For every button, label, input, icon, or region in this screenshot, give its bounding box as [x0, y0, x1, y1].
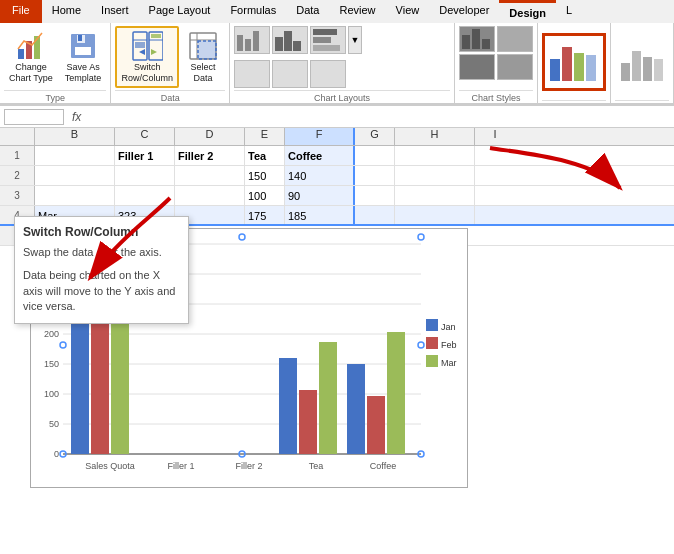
cell-3-b[interactable]: [35, 186, 115, 205]
selected-chart-type[interactable]: [542, 33, 606, 91]
svg-point-49: [418, 342, 424, 348]
fx-label: fx: [72, 110, 81, 124]
selected-chart-icon: [548, 39, 600, 83]
col-header-f: F: [285, 128, 355, 145]
cell-4-g[interactable]: [355, 206, 395, 224]
grid-row-1: 1 Filler 1 Filler 2 Tea Coffee: [0, 146, 674, 166]
name-box[interactable]: [4, 109, 64, 125]
style-3[interactable]: [459, 54, 495, 80]
col-header-e: E: [245, 128, 285, 145]
svg-rect-25: [654, 59, 663, 81]
cell-1-d[interactable]: Filler 2: [175, 146, 245, 165]
cell-4-h[interactable]: [395, 206, 475, 224]
tab-insert[interactable]: Insert: [91, 0, 139, 23]
group-selected-chart: [538, 23, 611, 103]
layout-2[interactable]: [272, 26, 308, 54]
group-type: ChangeChart Type Save AsTemplate Type: [0, 23, 111, 103]
svg-rect-11: [135, 42, 145, 48]
save-as-template-button[interactable]: Save AsTemplate: [60, 27, 107, 87]
select-data-button[interactable]: SelectData: [181, 27, 225, 87]
layout-5[interactable]: [272, 60, 308, 88]
tab-data[interactable]: Data: [286, 0, 329, 23]
select-data-icon: [188, 31, 218, 61]
svg-rect-58: [387, 332, 405, 454]
cell-2-b[interactable]: [35, 166, 115, 185]
tooltip-line2: Data being charted on the X axis will mo…: [23, 268, 180, 314]
cell-2-i[interactable]: [475, 166, 674, 185]
svg-rect-57: [367, 396, 385, 454]
cell-2-h[interactable]: [395, 166, 475, 185]
cell-1-i[interactable]: [475, 146, 674, 165]
cell-1-g[interactable]: [355, 146, 395, 165]
change-chart-type-button[interactable]: ChangeChart Type: [4, 27, 58, 87]
cell-3-g[interactable]: [355, 186, 395, 205]
svg-rect-19: [562, 47, 572, 81]
tab-review[interactable]: Review: [329, 0, 385, 23]
chart-styles-group-label: Chart Styles: [459, 90, 533, 103]
change-chart-type-label: ChangeChart Type: [9, 62, 53, 84]
data-group-label: Data: [115, 90, 225, 103]
svg-text:100: 100: [44, 389, 59, 399]
tooltip-body: Swap the data over the axis. Data being …: [23, 245, 180, 315]
cell-3-e[interactable]: 100: [245, 186, 285, 205]
cell-4-i[interactable]: [475, 206, 674, 224]
svg-rect-21: [586, 55, 596, 81]
cell-2-f[interactable]: 140: [285, 166, 355, 185]
tab-developer[interactable]: Developer: [429, 0, 499, 23]
tab-formulas[interactable]: Formulas: [220, 0, 286, 23]
layout-1[interactable]: [234, 26, 270, 54]
cell-1-h[interactable]: [395, 146, 475, 165]
tab-page-layout[interactable]: Page Layout: [139, 0, 221, 23]
cell-3-f[interactable]: 90: [285, 186, 355, 205]
tab-file[interactable]: File: [0, 0, 42, 23]
formula-input[interactable]: [85, 111, 670, 123]
svg-text:Tea: Tea: [309, 461, 324, 471]
svg-text:0: 0: [54, 449, 59, 459]
switch-row-column-button[interactable]: SwitchRow/Column: [115, 26, 179, 88]
tab-layout[interactable]: L: [556, 0, 582, 23]
svg-rect-4: [75, 47, 91, 55]
row-num-3: 3: [0, 186, 35, 205]
cell-2-e[interactable]: 150: [245, 166, 285, 185]
ribbon: File Home Insert Page Layout Formulas Da…: [0, 0, 674, 106]
svg-text:Sales Quota: Sales Quota: [85, 461, 135, 471]
tooltip-box: Switch Row/Column Swap the data over the…: [14, 216, 189, 324]
layout-4[interactable]: [234, 60, 270, 88]
cell-4-e[interactable]: 175: [245, 206, 285, 224]
svg-text:Filler 1: Filler 1: [167, 461, 194, 471]
tab-design[interactable]: Design: [499, 0, 556, 23]
cell-2-c[interactable]: [115, 166, 175, 185]
svg-rect-55: [319, 342, 337, 454]
cell-3-d[interactable]: [175, 186, 245, 205]
tab-home[interactable]: Home: [42, 0, 91, 23]
ribbon-tabs: File Home Insert Page Layout Formulas Da…: [0, 0, 674, 23]
svg-rect-6: [78, 35, 82, 41]
layout-3[interactable]: [310, 26, 346, 54]
grid-row-3: 3 100 90: [0, 186, 674, 206]
cell-1-c[interactable]: Filler 1: [115, 146, 175, 165]
col-header-g: G: [355, 128, 395, 145]
cell-1-f[interactable]: Coffee: [285, 146, 355, 165]
cell-1-e[interactable]: Tea: [245, 146, 285, 165]
svg-rect-23: [632, 51, 641, 81]
row-num-2: 2: [0, 166, 35, 185]
style-4[interactable]: [497, 54, 533, 80]
cell-1-b[interactable]: [35, 146, 115, 165]
style-2[interactable]: [497, 26, 533, 52]
style-1[interactable]: [459, 26, 495, 52]
switch-row-column-icon: [131, 30, 163, 62]
other-chart-type[interactable]: [615, 35, 669, 89]
svg-point-43: [239, 234, 245, 240]
cell-4-f[interactable]: 185: [285, 206, 355, 224]
group-other-chart: [611, 23, 674, 103]
cell-2-g[interactable]: [355, 166, 395, 185]
layout-6[interactable]: [310, 60, 346, 88]
cell-2-d[interactable]: [175, 166, 245, 185]
other-chart-icon: [619, 39, 665, 83]
layout-expand[interactable]: ▼: [348, 26, 362, 54]
tab-view[interactable]: View: [386, 0, 430, 23]
group-data: SwitchRow/Column SelectData: [111, 23, 230, 103]
cell-3-c[interactable]: [115, 186, 175, 205]
cell-3-h[interactable]: [395, 186, 475, 205]
cell-3-i[interactable]: [475, 186, 674, 205]
